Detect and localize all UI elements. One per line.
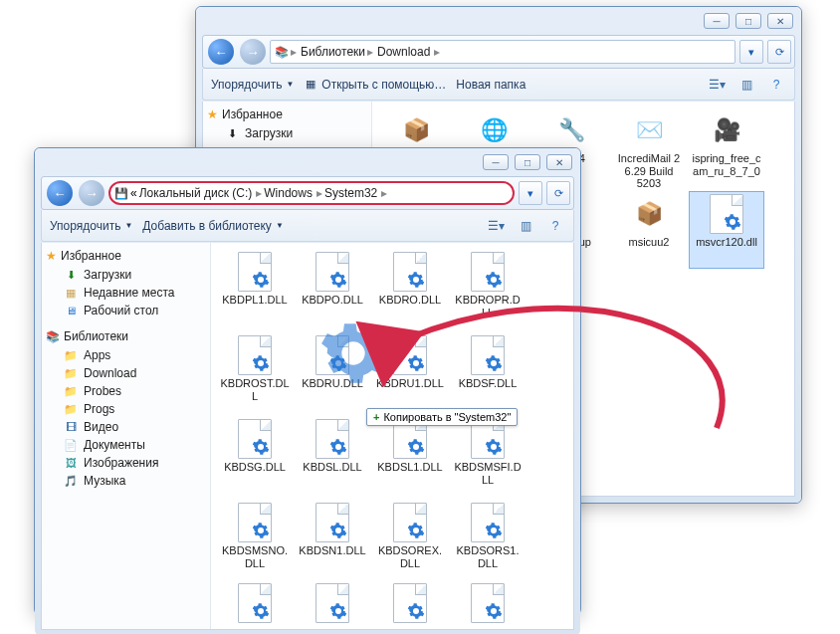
- dll-file-icon: [390, 503, 430, 542]
- file-item[interactable]: ✉️IncrediMail 2 6.29 Build 5203: [611, 107, 687, 185]
- dll-file-icon: [313, 503, 352, 542]
- close-button[interactable]: ✕: [767, 13, 793, 29]
- file-item[interactable]: KBDSL1.DLL: [372, 416, 448, 494]
- view-options-button[interactable]: ☰▾: [486, 216, 506, 236]
- new-folder-button[interactable]: Новая папка: [456, 78, 525, 92]
- nav-library-item[interactable]: 📁Probes: [46, 382, 206, 400]
- folder-icon: 🖼: [64, 456, 78, 470]
- minimize-button[interactable]: ─: [483, 154, 509, 170]
- file-item[interactable]: [295, 583, 370, 623]
- open-with-button[interactable]: ▦Открыть с помощью…: [304, 78, 446, 92]
- refresh-button[interactable]: ⟳: [546, 181, 570, 205]
- dll-file-icon: [313, 252, 352, 292]
- nav-desktop-link[interactable]: 🖥Рабочий стол: [46, 302, 206, 319]
- file-name-label: KBDSL.DLL: [303, 461, 361, 474]
- nav-library-item[interactable]: 📄Документы: [46, 436, 206, 454]
- refresh-button[interactable]: ⟳: [767, 40, 791, 64]
- file-item[interactable]: KBDRO.DLL: [372, 249, 448, 326]
- file-item[interactable]: [217, 583, 293, 623]
- download-icon: ⬇: [64, 268, 78, 282]
- file-item[interactable]: KBDSOREX.DLL: [372, 500, 448, 577]
- dll-file-icon: [471, 583, 505, 623]
- file-name-label: KBDSG.DLL: [224, 461, 286, 474]
- nav-pane: ★Избранное ⬇Загрузки ▦Недавние места 🖥Ра…: [42, 243, 211, 629]
- dll-file-icon: [390, 252, 430, 292]
- file-name-label: msvcr120.dll: [696, 236, 757, 249]
- file-item[interactable]: KBDRU1.DLL: [372, 332, 448, 410]
- history-dropdown[interactable]: ▾: [519, 181, 542, 205]
- file-item[interactable]: KBDSF.DLL: [450, 332, 525, 410]
- nav-item-label: Видео: [84, 420, 118, 434]
- file-name-label: ispring_free_cam_ru_8_7_0: [692, 152, 761, 177]
- nav-library-item[interactable]: 📁Progs: [46, 400, 206, 418]
- crumb-drive[interactable]: Локальный диск (C:): [139, 186, 253, 200]
- file-item[interactable]: KBDSORS1.DLL: [450, 500, 525, 577]
- file-item[interactable]: [372, 583, 448, 623]
- crumb-download[interactable]: Download: [377, 45, 430, 59]
- back-button[interactable]: ←: [208, 39, 234, 65]
- history-dropdown[interactable]: ▾: [739, 40, 763, 64]
- nav-library-item[interactable]: 📁Download: [46, 364, 206, 382]
- plus-icon: +: [373, 411, 379, 423]
- view-options-button[interactable]: ☰▾: [707, 75, 727, 95]
- minimize-button[interactable]: ─: [704, 13, 730, 29]
- nav-downloads-link[interactable]: ⬇Загрузки: [46, 266, 206, 284]
- nav-library-item[interactable]: 🎵Музыка: [46, 472, 206, 490]
- file-item[interactable]: KBDRU.DLL: [295, 332, 370, 410]
- toolbar: Упорядочить▼ Добавить в библиотеку▼ ☰▾ ▥…: [41, 210, 574, 242]
- breadcrumb[interactable]: 💾 « Локальный диск (C:) ▸ Windows ▸ Syst…: [108, 181, 515, 205]
- maximize-button[interactable]: □: [735, 13, 761, 29]
- nav-favorites[interactable]: ★Избранное: [46, 249, 206, 263]
- nav-library-item[interactable]: 🎞Видео: [46, 418, 206, 436]
- forward-button[interactable]: →: [240, 39, 266, 65]
- file-item[interactable]: KBDROST.DLL: [217, 332, 293, 410]
- crumb-windows[interactable]: Windows: [264, 186, 313, 200]
- forward-button[interactable]: →: [79, 180, 105, 206]
- nav-library-item[interactable]: 📁Apps: [46, 346, 206, 364]
- crumb-system32[interactable]: System32: [324, 186, 377, 200]
- close-button[interactable]: ✕: [546, 154, 572, 170]
- file-list[interactable]: KBDPL1.DLLKBDPO.DLLKBDRO.DLLKBDROPR.DLLK…: [211, 243, 573, 629]
- file-item[interactable]: msvcr120.dll: [689, 191, 764, 269]
- nav-library-item[interactable]: 🖼Изображения: [46, 454, 206, 472]
- dll-file-icon: [390, 335, 430, 375]
- file-item[interactable]: KBDSG.DLL: [217, 416, 293, 494]
- file-name-label: KBDSOREX.DLL: [375, 544, 445, 569]
- nav-favorites[interactable]: ★Избранное: [207, 107, 367, 121]
- crumb-libraries[interactable]: Библиотеки: [301, 45, 365, 59]
- file-name-label: KBDPL1.DLL: [222, 294, 287, 307]
- file-item[interactable]: 🎥ispring_free_cam_ru_8_7_0: [689, 107, 764, 185]
- file-item[interactable]: 📦msicuu2: [611, 191, 687, 269]
- file-item[interactable]: [450, 583, 525, 623]
- add-to-library-menu[interactable]: Добавить в библиотеку▼: [142, 219, 283, 233]
- dll-file-icon: [235, 503, 275, 542]
- nav-libraries[interactable]: 📚Библиотеки: [46, 329, 206, 343]
- dll-file-icon: [468, 503, 508, 542]
- preview-pane-button[interactable]: ▥: [516, 216, 535, 236]
- preview-pane-button[interactable]: ▥: [736, 75, 756, 95]
- organize-menu[interactable]: Упорядочить▼: [50, 219, 132, 233]
- back-button[interactable]: ←: [47, 180, 73, 206]
- file-item[interactable]: KBDSL.DLL: [295, 416, 370, 494]
- app-icon: ✉️: [629, 110, 669, 150]
- maximize-button[interactable]: □: [515, 154, 540, 170]
- file-item[interactable]: KBDROPR.DLL: [450, 249, 525, 326]
- file-item[interactable]: KBDPO.DLL: [295, 249, 370, 326]
- file-item[interactable]: KBDPL1.DLL: [217, 249, 293, 326]
- dll-file-icon: [468, 335, 508, 375]
- help-button[interactable]: ?: [766, 75, 786, 95]
- desktop-icon: 🖥: [64, 304, 78, 317]
- folder-icon: 🎵: [64, 474, 78, 488]
- organize-menu[interactable]: Упорядочить▼: [211, 78, 294, 92]
- nav-recent-link[interactable]: ▦Недавние места: [46, 284, 206, 302]
- nav-item-label: Музыка: [84, 474, 125, 488]
- file-name-label: KBDSL1.DLL: [377, 461, 442, 474]
- nav-downloads-link[interactable]: ⬇Загрузки: [207, 124, 367, 142]
- crumb-prefix: «: [130, 186, 137, 200]
- file-item[interactable]: KBDSMSNO.DLL: [217, 500, 293, 577]
- file-item[interactable]: KBDSMSFI.DLL: [450, 416, 525, 494]
- file-name-label: KBDSN1.DLL: [299, 544, 365, 557]
- file-item[interactable]: KBDSN1.DLL: [295, 500, 370, 577]
- breadcrumb[interactable]: 📚 ▸Библиотеки ▸Download ▸: [270, 40, 735, 64]
- help-button[interactable]: ?: [545, 216, 565, 236]
